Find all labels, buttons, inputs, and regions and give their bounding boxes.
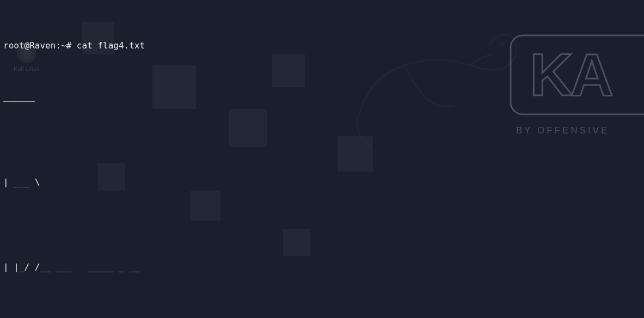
ascii-art-line-0: ______: [3, 88, 641, 106]
prompt-1: root@Raven:~#: [3, 40, 77, 51]
command-text: cat flag4.txt: [77, 40, 145, 51]
ascii-art-line-4: | |_/ /__ ___ _____ _ __: [3, 259, 641, 276]
ascii-art-line-2: | ___ \: [3, 174, 641, 191]
command-line: root@Raven:~# cat flag4.txt: [3, 37, 641, 54]
terminal-window[interactable]: root@Raven:~# cat flag4.txt ______ | ___…: [0, 0, 644, 318]
